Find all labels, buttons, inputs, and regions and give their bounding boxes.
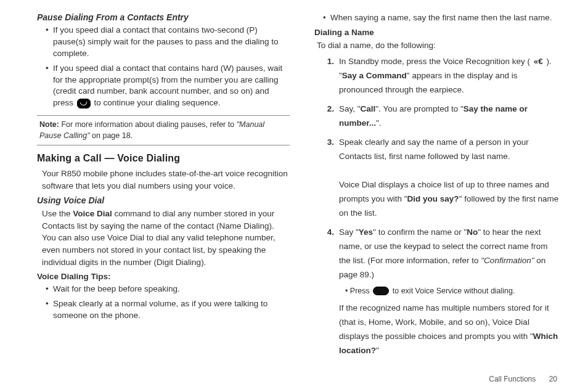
bullet-text: If you speed dial a contact that contain… bbox=[53, 25, 278, 58]
list-item: Wait for the beep before speaking. bbox=[46, 284, 290, 295]
step-text: Say, "Call". You are prompted to "Say th… bbox=[339, 104, 528, 128]
step-number: 3. bbox=[321, 136, 334, 150]
end-call-icon bbox=[77, 99, 91, 108]
steps-list: 1.In Standby mode, press the Voice Recog… bbox=[314, 55, 561, 357]
note-label: Note: bbox=[39, 120, 59, 129]
italic-reference: "Confirmation" bbox=[481, 256, 534, 265]
step-item: 1.In Standby mode, press the Voice Recog… bbox=[321, 55, 561, 97]
step-item: 4.Say "Yes" to confirm the name or "No" … bbox=[321, 226, 561, 358]
heading-voice-dialing-tips: Voice Dialing Tips: bbox=[37, 272, 290, 281]
sub-bullet: Press to exit Voice Service without dial… bbox=[339, 285, 561, 298]
step-item: 2.Say, "Call". You are prompted to "Say … bbox=[321, 102, 561, 131]
step-number: 2. bbox=[321, 102, 334, 116]
bold-term: Did you say? bbox=[407, 194, 459, 203]
list-item: When saying a name, say the first name t… bbox=[323, 12, 561, 24]
left-column: Pause Dialing From a Contacts Entry If y… bbox=[37, 12, 290, 357]
bold-term: Which location? bbox=[339, 332, 558, 355]
step-tail: If the recognized name has multiple numb… bbox=[339, 301, 561, 358]
bold-term: Voice Dial bbox=[73, 209, 112, 218]
list-item: If you speed dial a contact that contain… bbox=[46, 25, 290, 60]
dialing-intro: To dial a name, do the following: bbox=[317, 39, 561, 52]
using-voice-dial-text: Use the Voice Dial command to dial any n… bbox=[42, 208, 290, 268]
bold-term: Call bbox=[361, 104, 376, 113]
step-text: In Standby mode, press the Voice Recogni… bbox=[339, 57, 552, 94]
bold-term: No bbox=[467, 227, 478, 237]
step-text: Say "Yes" to confirm the name or "No" to… bbox=[339, 227, 547, 279]
bold-term: Say a Command bbox=[342, 71, 407, 80]
tips-list: Wait for the beep before speaking. Speak… bbox=[37, 284, 290, 322]
bold-term: Yes bbox=[359, 227, 373, 237]
list-item: Speak clearly at a normal volume, as if … bbox=[46, 298, 290, 322]
heading-pause-dialing: Pause Dialing From a Contacts Entry bbox=[37, 12, 290, 22]
text-part: Use the bbox=[42, 209, 73, 218]
heading-voice-dialing: Making a Call — Voice Dialing bbox=[37, 153, 290, 164]
step-number: 1. bbox=[321, 55, 334, 69]
note-tail: on page 18. bbox=[92, 131, 133, 140]
voice-dialing-intro: Your R850 mobile phone includes state-of… bbox=[42, 168, 290, 192]
key-icon bbox=[373, 287, 389, 295]
voice-recognition-icon: «€ bbox=[534, 55, 543, 69]
top-bullet-list: When saying a name, say the first name t… bbox=[314, 12, 561, 24]
footer-section: Call Functions bbox=[489, 375, 536, 383]
step-number: 4. bbox=[321, 226, 334, 240]
note-box: Note: For more information about dialing… bbox=[37, 115, 290, 145]
heading-dialing-a-name: Dialing a Name bbox=[314, 28, 561, 37]
heading-using-voice-dial: Using Voice Dial bbox=[37, 195, 290, 205]
step-item: 3.Speak clearly and say the name of a pe… bbox=[321, 136, 561, 221]
footer-page-number: 20 bbox=[549, 375, 557, 383]
step-text: Speak clearly and say the name of a pers… bbox=[339, 137, 558, 218]
pause-dialing-bullets: If you speed dial a contact that contain… bbox=[37, 25, 290, 109]
note-text: For more information about dialing pause… bbox=[61, 120, 236, 129]
page-footer: Call Functions 20 bbox=[489, 375, 557, 383]
list-item: If you speed dial a contact that contain… bbox=[46, 63, 290, 110]
right-column: When saying a name, say the first name t… bbox=[314, 12, 561, 357]
